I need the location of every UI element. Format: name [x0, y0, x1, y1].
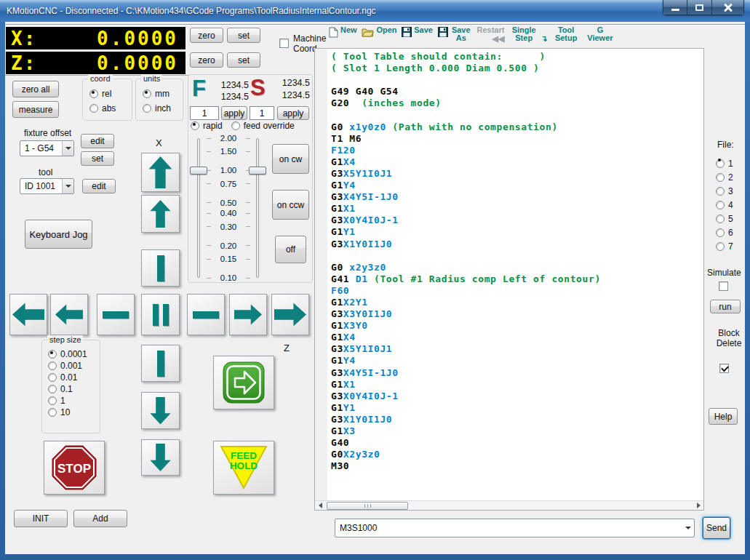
file-radio[interactable] [716, 201, 725, 209]
file-option-2[interactable]: 2 [716, 170, 733, 184]
spindle-on-ccw-button[interactable]: on ccw [272, 190, 309, 220]
gcode-line: G1X3 [331, 425, 703, 437]
scroll-right-icon[interactable] [693, 501, 703, 510]
add-button[interactable]: Add [73, 510, 127, 527]
fixture-offset-dropdown[interactable]: 1 - G54 [20, 140, 74, 156]
machine-coord-checkbox[interactable] [279, 39, 289, 48]
simulate-checkbox[interactable] [719, 281, 728, 291]
zero-all-button[interactable]: zero all [12, 81, 59, 97]
jog-down-button[interactable] [141, 392, 180, 429]
minimize-button[interactable] [663, 0, 687, 15]
override-mode-option-feed-override[interactable]: feed override [231, 121, 295, 131]
file-radio[interactable] [716, 173, 725, 182]
override-mode-option-rapid[interactable]: rapid [191, 121, 223, 131]
mdi-combobox[interactable]: M3S1000 [335, 519, 695, 537]
z-dro-display: Z: 0.0000 [6, 52, 185, 74]
spindle-on-cw-button[interactable]: on cw [272, 144, 309, 174]
scroll-left-icon[interactable] [315, 501, 325, 510]
z-set-button[interactable]: set [227, 52, 260, 68]
step-size-radio[interactable] [48, 373, 57, 382]
jog-down-fast-button[interactable] [141, 439, 180, 476]
toolbar-tool-setup-button[interactable]: Tool Setup [552, 26, 580, 42]
file-option-6[interactable]: 6 [716, 225, 733, 239]
toolbar-g-viewer-button[interactable]: G Viewer [585, 26, 615, 42]
step-size-radio[interactable] [48, 396, 57, 405]
chevron-down-icon[interactable] [62, 179, 73, 193]
gcode-hscrollbar[interactable] [315, 500, 703, 510]
tool-dropdown[interactable]: ID 1001 [20, 178, 74, 194]
jog-pause-button[interactable] [141, 294, 180, 335]
file-option-4[interactable]: 4 [716, 198, 733, 212]
jog-down-step-button[interactable] [141, 345, 180, 382]
toolbar-open-button[interactable]: Open [362, 26, 396, 37]
feedrate-input[interactable] [190, 106, 219, 120]
spindle-apply-button[interactable]: apply [277, 106, 309, 120]
file-radio[interactable] [716, 242, 725, 251]
toolbar-single-step-button[interactable]: Single Step↴ [509, 26, 547, 42]
feed-hold-button[interactable]: FEED HOLD [213, 441, 274, 495]
gcode-text[interactable]: ( Tool Table should contain: )( Slot 1 L… [327, 49, 703, 500]
tool-edit-button[interactable]: edit [82, 179, 116, 193]
toolbar-save-as-button[interactable]: Save As [438, 26, 472, 42]
maximize-button[interactable] [687, 0, 712, 15]
send-button[interactable]: Send [703, 517, 730, 539]
measure-button[interactable]: measure [12, 101, 59, 118]
step-size-option-0.01[interactable]: 0.01 [48, 372, 87, 383]
jog-left-button[interactable] [50, 294, 88, 335]
run-button[interactable]: run [710, 300, 741, 313]
feed-override-slider-thumb[interactable] [190, 167, 207, 175]
feedrate-apply-button[interactable]: apply [221, 106, 247, 120]
step-size-radio[interactable] [48, 408, 57, 417]
jog-up-step-button[interactable] [141, 249, 180, 287]
units-radio[interactable] [143, 104, 151, 113]
step-size-radio[interactable] [48, 361, 57, 370]
file-option-3[interactable]: 3 [716, 184, 733, 198]
spindle-override-slider-thumb[interactable] [249, 167, 266, 175]
spindle-override-slider-track[interactable] [256, 138, 259, 278]
file-radio[interactable] [716, 228, 725, 237]
step-size-option-0.0001[interactable]: 0.0001 [48, 349, 87, 359]
hscrollbar-thumb[interactable] [327, 502, 408, 510]
jog-up-button[interactable] [141, 195, 180, 233]
fixture-set-button[interactable]: set [81, 151, 114, 166]
toolbar-save-button[interactable]: Save [402, 26, 433, 37]
jog-right-step-button[interactable] [187, 294, 225, 335]
jog-right-button[interactable] [229, 294, 267, 335]
step-size-radio[interactable] [48, 385, 57, 393]
coord-radio[interactable] [89, 104, 98, 113]
x-zero-button[interactable]: zero [190, 28, 223, 43]
override-mode-radio[interactable] [231, 121, 240, 130]
file-option-5[interactable]: 5 [716, 212, 733, 225]
file-radio[interactable] [716, 187, 725, 196]
step-size-option-10[interactable]: 10 [48, 407, 87, 417]
x-set-button[interactable]: set [227, 28, 260, 43]
coord-option-abs[interactable]: abs [89, 103, 116, 113]
cycle-start-button[interactable] [213, 356, 274, 409]
jog-left-fast-button[interactable] [9, 294, 47, 335]
keyboard-jog-button[interactable]: Keyboard Jog [25, 220, 92, 249]
chevron-down-icon[interactable] [682, 519, 694, 537]
step-size-option-0.1[interactable]: 0.1 [48, 384, 87, 394]
jog-up-fast-button[interactable] [141, 153, 180, 192]
step-size-option-1[interactable]: 1 [48, 396, 87, 406]
toolbar-restart-button[interactable]: Restart◀◀ [477, 26, 505, 42]
step-size-option-0.001[interactable]: 0.001 [48, 361, 87, 371]
units-option-mm[interactable]: mm [143, 89, 171, 99]
jog-right-fast-button[interactable] [271, 294, 309, 335]
init-button[interactable]: INIT [14, 510, 68, 527]
spindle-input[interactable] [250, 106, 274, 120]
block-delete-checkbox[interactable] [719, 364, 729, 373]
help-button[interactable]: Help [709, 408, 738, 425]
stop-button[interactable]: STOP [44, 441, 105, 495]
jog-left-step-button[interactable] [97, 294, 135, 335]
file-option-7[interactable]: 7 [716, 239, 733, 253]
fixture-edit-button[interactable]: edit [81, 134, 114, 148]
z-zero-button[interactable]: zero [190, 52, 223, 68]
units-option-inch[interactable]: inch [143, 103, 171, 113]
spindle-off-button[interactable]: off [275, 236, 306, 263]
chevron-down-icon[interactable] [62, 141, 73, 156]
feed-override-slider-track[interactable] [197, 138, 200, 278]
close-button[interactable] [712, 0, 744, 15]
toolbar-new-button[interactable]: New [329, 26, 357, 38]
file-radio[interactable] [716, 215, 725, 223]
